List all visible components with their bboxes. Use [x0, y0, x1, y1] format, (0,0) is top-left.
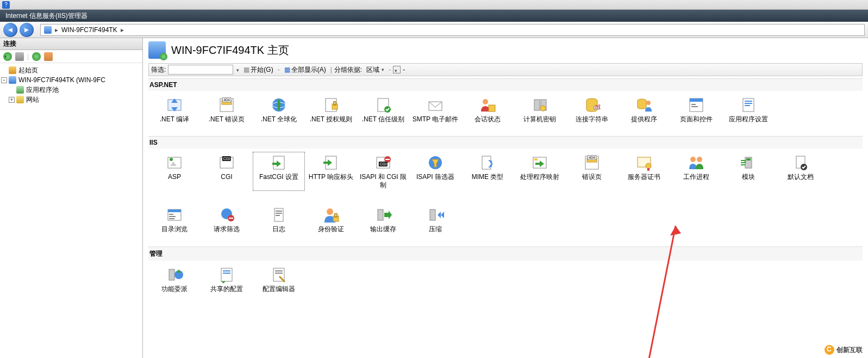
feature-fastcgi[interactable]: FastCGI 设置	[253, 152, 305, 191]
collapse-toggle[interactable]: −	[1, 77, 7, 83]
feature-isapi-filter[interactable]: ISAPI 筛选器	[409, 152, 461, 191]
help-icon[interactable]: ?	[2, 1, 10, 9]
mgmt-grid: 功能委派 共享的配置 配置编辑器	[148, 261, 863, 305]
feature-isapi-cgi[interactable]: CGIISAPI 和 CGI 限制	[357, 152, 409, 191]
show-all-button[interactable]: ▦全部显示(A)	[282, 65, 328, 75]
svg-point-30	[170, 158, 173, 161]
feature-net-trust[interactable]: .NET 信任级别	[357, 94, 409, 125]
tree-label: WIN-9FC7IF494TK (WIN-9FC	[18, 76, 105, 84]
feature-http-resp[interactable]: HTTP 响应标头	[305, 152, 357, 191]
filter-bar: 筛选: ▦开始(G) - ▦全部显示(A) | 分组依据: 区域 - -	[148, 63, 863, 76]
breadcrumb[interactable]: ▸ WIN-9FC7IF494TK ▸	[40, 24, 865, 36]
tree-server-node[interactable]: − WIN-9FC7IF494TK (WIN-9FC	[1, 75, 141, 85]
feature-error-pages[interactable]: 404错误页	[566, 152, 618, 191]
tree-sites[interactable]: + 网站	[1, 95, 141, 104]
svg-rect-42	[534, 158, 538, 161]
watermark-text: 创新互联	[836, 345, 863, 355]
feature-worker-proc[interactable]: 工作进程	[670, 152, 722, 191]
tree-label: 应用程序池	[26, 85, 59, 95]
feature-dir-browse[interactable]: 目录浏览	[148, 204, 201, 235]
sidebar-toolbar: |	[0, 50, 142, 63]
go-button[interactable]: ▦开始(G)	[241, 65, 275, 75]
server-icon	[44, 26, 52, 34]
svg-point-65	[327, 208, 333, 215]
svg-rect-22	[690, 98, 703, 102]
feature-compression[interactable]: 压缩	[409, 204, 461, 235]
feature-mime[interactable]: MIME 类型	[461, 152, 514, 191]
home-icon	[9, 66, 16, 74]
server-home-icon	[148, 41, 166, 59]
svg-point-46	[646, 163, 651, 169]
feature-output-cache[interactable]: 输出缓存	[357, 204, 409, 235]
svg-rect-74	[223, 273, 230, 274]
feature-smtp[interactable]: SMTP 电子邮件	[409, 94, 461, 125]
feature-modules[interactable]: 模块	[722, 152, 775, 191]
svg-rect-73	[223, 270, 230, 271]
expand-toggle[interactable]: +	[9, 97, 15, 103]
section-aspnet: ASP.NET	[148, 78, 863, 91]
connect-icon[interactable]	[3, 52, 12, 61]
back-button[interactable]: ◄	[3, 23, 17, 37]
save-icon[interactable]	[15, 52, 24, 61]
feature-providers[interactable]: 提供程序	[618, 94, 670, 125]
feature-net-auth[interactable]: .NET 授权规则	[305, 94, 357, 125]
feature-handler-map[interactable]: 处理程序映射	[514, 152, 566, 191]
view-mode-icon[interactable]	[393, 66, 401, 73]
svg-rect-60	[229, 218, 233, 219]
feature-net-compile[interactable]: .NET 编译	[148, 94, 201, 125]
feature-server-cert[interactable]: 服务器证书	[618, 152, 670, 191]
feature-default-doc[interactable]: 默认文档	[775, 152, 827, 191]
feature-conn-str[interactable]: ab连接字符串	[566, 94, 618, 125]
feature-asp[interactable]: ASP	[148, 152, 201, 191]
remove-connection-icon[interactable]	[44, 52, 53, 61]
svg-rect-72	[221, 268, 232, 281]
svg-rect-12	[489, 105, 495, 112]
show-all-label: 全部显示(A)	[291, 65, 326, 75]
svg-rect-26	[745, 101, 752, 102]
feature-shared-config[interactable]: 共享的配置	[201, 264, 253, 295]
feature-config-editor[interactable]: 配置编辑器	[253, 264, 305, 295]
svg-rect-27	[745, 103, 752, 104]
svg-point-15	[540, 106, 546, 111]
svg-rect-68	[378, 209, 383, 220]
feature-auth[interactable]: 身份验证	[305, 204, 357, 235]
svg-rect-64	[276, 215, 280, 216]
connections-header: 连接	[0, 38, 142, 50]
window-title: Internet 信息服务(IIS)管理器	[5, 11, 88, 21]
filter-dropdown-icon[interactable]	[235, 66, 239, 73]
section-mgmt: 管理	[148, 246, 863, 261]
window-title-bar: Internet 信息服务(IIS)管理器	[0, 10, 868, 22]
feature-pages-ctrl[interactable]: 页面和控件	[670, 94, 722, 125]
server-icon	[9, 76, 16, 84]
svg-rect-56	[169, 216, 176, 217]
tree-app-pools[interactable]: 应用程序池	[1, 85, 141, 95]
watermark: 创新互联	[825, 345, 863, 355]
svg-rect-55	[169, 214, 173, 215]
feature-feature-delegate[interactable]: 功能委派	[148, 264, 201, 295]
feature-app-settings[interactable]: 应用程序设置	[722, 94, 775, 125]
breadcrumb-node[interactable]: WIN-9FC7IF494TK	[61, 26, 117, 34]
svg-point-48	[697, 157, 702, 162]
iis-grid-row2: 目录浏览 请求筛选 日志 身份验证 输出缓存 压缩	[148, 201, 863, 245]
feature-logging[interactable]: 日志	[253, 204, 305, 235]
refresh-icon[interactable]	[32, 52, 41, 61]
page-title: WIN-9FC7IF494TK 主页	[171, 43, 289, 58]
feature-cgi[interactable]: CGICGI	[201, 152, 253, 191]
filter-input[interactable]	[168, 65, 233, 75]
group-by-dropdown[interactable]: 区域	[364, 65, 386, 75]
feature-machine-key[interactable]: 计算机密钥	[514, 94, 566, 125]
feature-net-global[interactable]: .NET 全球化	[253, 94, 305, 125]
group-by-label: 分组依据:	[334, 65, 362, 75]
svg-point-39	[490, 161, 492, 163]
svg-rect-50	[746, 158, 751, 161]
svg-rect-77	[275, 273, 283, 274]
nav-bar: ◄ ► ▸ WIN-9FC7IF494TK ▸	[0, 22, 868, 38]
forward-button[interactable]: ►	[20, 23, 34, 37]
feature-session[interactable]: 会话状态	[461, 94, 514, 125]
feature-net-error[interactable]: 404.NET 错误页	[201, 94, 253, 125]
svg-rect-28	[745, 105, 750, 106]
svg-point-11	[483, 99, 488, 104]
tree-start-page[interactable]: 起始页	[1, 65, 141, 75]
feature-req-filter[interactable]: 请求筛选	[201, 204, 253, 235]
tree-label: 网站	[26, 95, 39, 104]
